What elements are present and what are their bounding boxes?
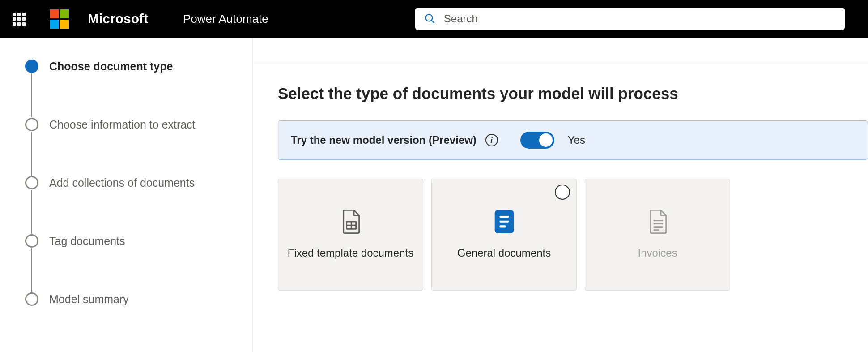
step-label: Choose document type [49,60,173,73]
step-bullet-icon [25,234,38,248]
step-label: Tag documents [49,235,125,248]
file-template-icon [340,209,362,234]
document-type-cards: Fixed template documents General documen… [278,179,868,291]
search-input[interactable] [444,13,836,25]
svg-rect-7 [499,221,509,223]
step-label: Choose information to extract [49,118,196,131]
microsoft-logo-icon [50,9,69,29]
step-label: Model summary [49,293,129,306]
card-fixed-template[interactable]: Fixed template documents [278,179,423,291]
card-label: General documents [457,246,551,260]
header: Microsoft Power Automate [0,0,868,38]
card-radio[interactable] [555,185,570,200]
card-general-documents[interactable]: General documents [431,179,577,291]
step-bullet-icon [25,176,38,189]
svg-rect-6 [499,216,509,218]
wizard-sidebar: Choose document type Choose information … [0,38,253,352]
brand-name: Microsoft [88,11,148,26]
info-icon[interactable]: i [485,134,498,146]
toggle-label: Yes [568,134,585,146]
svg-line-1 [431,20,434,23]
main-content: Select the type of documents your model … [253,38,868,352]
file-invoice-icon [647,209,669,234]
step-model-summary[interactable]: Model summary [25,292,234,306]
search-icon [424,13,436,25]
app-name: Power Automate [183,12,268,26]
step-choose-document-type[interactable]: Choose document type [25,59,234,73]
step-bullet-icon [25,118,38,131]
preview-text: Try the new model version (Preview) [291,134,477,146]
preview-banner: Try the new model version (Preview) i Ye… [278,120,868,160]
search-box[interactable] [415,8,845,30]
card-invoices[interactable]: Invoices [585,179,730,291]
file-general-icon [494,209,514,234]
preview-toggle[interactable] [520,132,554,149]
step-tag-documents[interactable]: Tag documents [25,234,234,248]
card-label: Invoices [638,246,677,260]
app-launcher-icon[interactable] [13,13,26,26]
svg-rect-8 [499,226,506,228]
step-label: Add collections of documents [49,176,195,189]
step-bullet-icon [25,292,38,306]
page-title: Select the type of documents your model … [278,85,868,103]
card-label: Fixed template documents [288,246,413,260]
step-bullet-icon [25,60,38,73]
step-choose-information[interactable]: Choose information to extract [25,117,234,132]
svg-point-0 [425,14,432,21]
step-add-collections[interactable]: Add collections of documents [25,176,234,190]
